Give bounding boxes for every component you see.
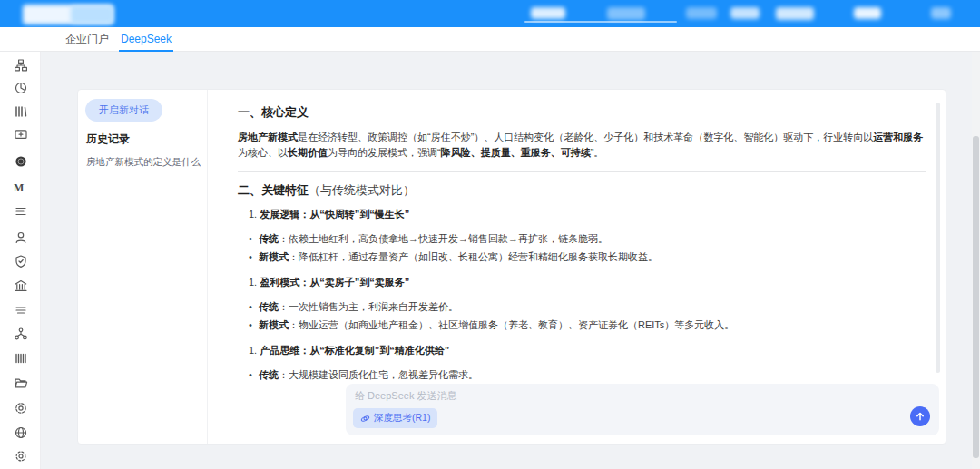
feature-bullet: 传统：大规模建设同质化住宅，忽视差异化需求。 bbox=[249, 367, 926, 382]
bullet-label: 新模式 bbox=[259, 251, 289, 262]
paragraph-bold-segment: 房地产新模式 bbox=[238, 132, 298, 142]
feature-bullet: 传统：一次性销售为主，利润来自开发差价。 bbox=[249, 299, 926, 314]
history-title: 历史记录 bbox=[86, 132, 130, 147]
paragraph-segment: 为核心、以 bbox=[238, 147, 288, 158]
paragraph-bold-segment: 运营和服务 bbox=[873, 132, 923, 142]
folder-icon[interactable] bbox=[14, 376, 28, 390]
section-heading-key-features: 二、关键特征（与传统模式对比） bbox=[238, 182, 926, 199]
tab-bar: 企业门户 DeepSeek bbox=[0, 27, 980, 52]
tab-deepseek[interactable]: DeepSeek bbox=[121, 27, 172, 52]
feature-group-title-text: 盈利模式：从“卖房子”到“卖服务” bbox=[260, 277, 409, 288]
paragraph-segment: 为导向的发展模式，强调“ bbox=[328, 147, 441, 158]
arrow-up-icon bbox=[915, 411, 926, 422]
layers-icon[interactable] bbox=[14, 303, 28, 318]
message-composer: 深度思考(R1) bbox=[346, 384, 939, 435]
feature-bullets: 传统：依赖土地红利，高负债拿地→快速开发→销售回款→再扩张，链条脆弱。新模式：降… bbox=[249, 231, 926, 264]
barcode-icon[interactable] bbox=[14, 351, 28, 366]
feature-bullet: 新模式：物业运营（如商业地产租金）、社区增值服务（养老、教育）、资产证券化（RE… bbox=[249, 318, 926, 332]
topbar-nav-item-blurred[interactable] bbox=[776, 7, 814, 20]
user-icon[interactable] bbox=[14, 230, 28, 245]
list-number: 1. bbox=[249, 209, 260, 220]
history-list: 房地产新模式的定义是什么 bbox=[78, 151, 207, 173]
feature-group: 1. 盈利模式：从“卖房子”到“卖服务”传统：一次性销售为主，利润来自开发差价。… bbox=[249, 276, 926, 332]
bullet-text: ：依赖土地红利，高负债拿地→快速开发→销售回款→再扩张，链条脆弱。 bbox=[279, 233, 608, 244]
bullet-label: 传统 bbox=[259, 233, 279, 244]
paragraph-bold-segment: 长期价值 bbox=[288, 147, 328, 158]
content-scrollbar[interactable] bbox=[936, 103, 940, 373]
paragraph-segment: 是在经济转型、政策调控（如“房住不炒”）、人口结构变化（老龄化、少子化）和技术革… bbox=[298, 132, 873, 142]
bullet-text: ：降低杠杆，通过存量资产（如旧改、长租公寓）经营和精细化服务获取长期收益。 bbox=[289, 251, 658, 262]
topbar-nav-item-blurred[interactable] bbox=[931, 7, 951, 19]
dark-circle-logo-icon[interactable] bbox=[14, 154, 28, 169]
paragraph-segment: ”。 bbox=[591, 147, 604, 158]
feature-group: 1. 发展逻辑：从“快周转”到“慢生长”传统：依赖土地红利，高负债拿地→快速开发… bbox=[249, 208, 926, 264]
card-add-icon[interactable] bbox=[14, 127, 28, 142]
bank-icon[interactable] bbox=[14, 278, 28, 293]
list-number: 1. bbox=[249, 277, 260, 288]
m-letter-icon[interactable]: M bbox=[14, 181, 28, 195]
feature-group-title-text: 产品思维：从“标准化复制”到“精准化供给” bbox=[260, 345, 449, 356]
paragraph-bold-segment: 降风险、提质量、重服务、可持续 bbox=[441, 147, 591, 158]
chat-history-panel: 开启新对话 历史记录 房地产新模式的定义是什么 bbox=[78, 90, 208, 444]
org-structure-icon[interactable] bbox=[14, 58, 28, 73]
topbar-nav-underline bbox=[524, 21, 677, 23]
settings-gear-icon[interactable] bbox=[14, 449, 28, 464]
window-scrollbar-thumb[interactable] bbox=[973, 136, 979, 458]
deep-think-toggle-button[interactable]: 深度思考(R1) bbox=[353, 408, 437, 428]
bullet-text: ：物业运营（如商业地产租金）、社区增值服务（养老、教育）、资产证券化（REITs… bbox=[289, 319, 734, 330]
chat-content-area: 一、核心定义 房地产新模式是在经济转型、政策调控（如“房住不炒”）、人口结构变化… bbox=[208, 90, 946, 444]
shield-icon[interactable] bbox=[14, 254, 28, 269]
tab-enterprise-portal[interactable]: 企业门户 bbox=[65, 27, 109, 52]
icon-sidebar: M bbox=[0, 27, 41, 469]
key-feature-groups: 1. 发展逻辑：从“快周转”到“慢生长”传统：依赖土地红利，高负债拿地→快速开发… bbox=[238, 208, 926, 384]
section-heading-core-definition: 一、核心定义 bbox=[238, 104, 926, 121]
page-background: 开启新对话 历史记录 房地产新模式的定义是什么 一、核心定义 房地产新模式是在经… bbox=[41, 52, 972, 469]
topbar-nav-item-blurred[interactable] bbox=[686, 7, 717, 19]
feature-group-title: 1. 盈利模式：从“卖房子”到“卖服务” bbox=[249, 276, 926, 289]
bullet-label: 传统 bbox=[259, 369, 279, 380]
feature-group-title-text: 发展逻辑：从“快周转”到“慢生长” bbox=[260, 209, 409, 220]
window-scrollbar-track[interactable] bbox=[972, 52, 980, 469]
section-divider bbox=[238, 171, 926, 172]
assistant-answer: 一、核心定义 房地产新模式是在经济转型、政策调控（如“房住不炒”）、人口结构变化… bbox=[208, 90, 933, 384]
feature-group-title: 1. 发展逻辑：从“快周转”到“慢生长” bbox=[249, 208, 926, 221]
deepseek-chat-card: 开启新对话 历史记录 房地产新模式的定义是什么 一、核心定义 房地产新模式是在经… bbox=[77, 89, 946, 445]
deep-think-icon bbox=[360, 414, 370, 424]
topbar-nav-item-blurred[interactable] bbox=[607, 7, 645, 20]
brand-logo-accent bbox=[71, 5, 113, 24]
send-button[interactable] bbox=[910, 406, 930, 426]
list-menu-icon[interactable] bbox=[14, 204, 28, 219]
bullet-label: 新模式 bbox=[259, 319, 289, 330]
bullet-text: ：大规模建设同质化住宅，忽视差异化需求。 bbox=[279, 369, 478, 380]
feature-bullet: 新模式：降低杠杆，通过存量资产（如旧改、长租公寓）经营和精细化服务获取长期收益。 bbox=[249, 249, 926, 264]
new-chat-button[interactable]: 开启新对话 bbox=[85, 99, 162, 122]
feature-bullet: 传统：依赖土地红利，高负债拿地→快速开发→销售回款→再扩张，链条脆弱。 bbox=[249, 231, 926, 246]
feature-group-title: 1. 产品思维：从“标准化复制”到“精准化供给” bbox=[249, 344, 926, 357]
history-item[interactable]: 房地产新模式的定义是什么 bbox=[78, 151, 207, 173]
network-icon[interactable] bbox=[14, 327, 28, 341]
top-navigation-bar bbox=[0, 0, 980, 27]
topbar-nav-item-blurred[interactable] bbox=[854, 7, 881, 19]
deep-think-label: 深度思考(R1) bbox=[374, 412, 430, 425]
message-input[interactable] bbox=[355, 389, 903, 407]
topbar-nav-item-blurred[interactable] bbox=[730, 7, 760, 19]
list-number: 1. bbox=[249, 345, 260, 356]
heading-bold-part: 二、关键特征 bbox=[238, 183, 309, 197]
feature-bullets: 传统：一次性销售为主，利润来自开发差价。新模式：物业运营（如商业地产租金）、社区… bbox=[249, 299, 926, 332]
topbar-nav-item-blurred[interactable] bbox=[531, 7, 565, 19]
library-barcode-icon[interactable] bbox=[14, 104, 28, 119]
flower-gear-icon[interactable] bbox=[14, 401, 28, 415]
core-definition-paragraph: 房地产新模式是在经济转型、政策调控（如“房住不炒”）、人口结构变化（老龄化、少子… bbox=[238, 130, 926, 161]
heading-normal-part: （与传统模式对比） bbox=[309, 183, 415, 197]
globe-icon[interactable] bbox=[14, 425, 28, 440]
pie-chart-icon[interactable] bbox=[14, 81, 28, 95]
bullet-label: 传统 bbox=[259, 301, 279, 312]
feature-bullets: 传统：大规模建设同质化住宅，忽视差异化需求。新模式：细分市场（改善型住房、养老社… bbox=[249, 367, 926, 384]
bullet-text: ：一次性销售为主，利润来自开发差价。 bbox=[279, 301, 458, 312]
feature-group: 1. 产品思维：从“标准化复制”到“精准化供给”传统：大规模建设同质化住宅，忽视… bbox=[249, 344, 926, 384]
